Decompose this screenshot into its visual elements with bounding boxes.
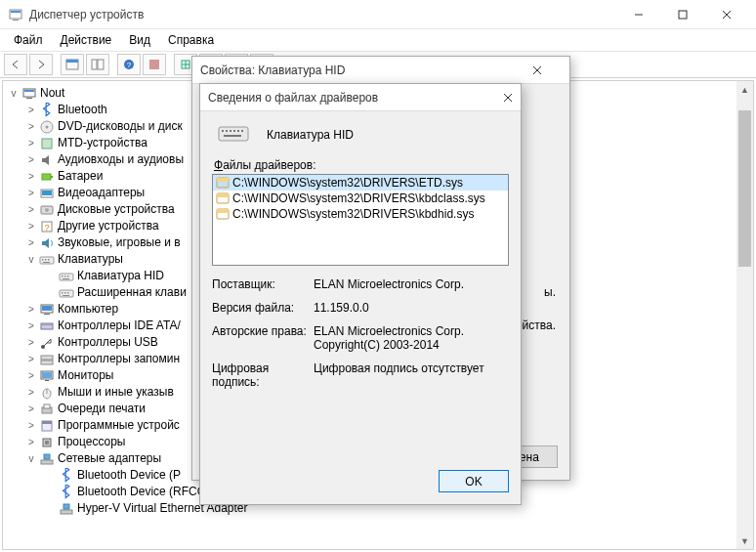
minimize-button[interactable]: [616, 1, 660, 28]
mouse-icon: [39, 385, 55, 401]
snd-icon: [39, 235, 55, 251]
tool-show-hidden[interactable]: [61, 54, 84, 75]
menu-file[interactable]: Файл: [6, 31, 51, 49]
tool-back[interactable]: [4, 54, 27, 75]
tree-twisty[interactable]: >: [24, 218, 38, 234]
copyright-value: ELAN Microelectronics Corp. Copyright(C)…: [314, 324, 509, 352]
ok-button[interactable]: OK: [439, 470, 509, 492]
tree-node-label: Расширенная клави: [77, 284, 187, 301]
close-icon[interactable]: [503, 93, 513, 103]
tree-twisty[interactable]: >: [24, 102, 38, 118]
vertical-scrollbar[interactable]: ▲ ▼: [736, 81, 753, 549]
svg-rect-36: [45, 259, 47, 261]
scroll-thumb[interactable]: [738, 110, 751, 267]
svg-text:?: ?: [44, 223, 49, 233]
bt-icon: [59, 468, 74, 484]
tree-twisty[interactable]: >: [24, 334, 38, 351]
tree-twisty[interactable]: >: [24, 301, 38, 318]
tree-twisty[interactable]: >: [24, 135, 38, 151]
svg-rect-29: [42, 191, 52, 195]
driver-file-row[interactable]: C:\WINDOWS\system32\DRIVERS\ETD.sys: [213, 175, 508, 191]
svg-rect-27: [51, 176, 53, 178]
tree-twisty[interactable]: >: [24, 201, 38, 218]
menu-view[interactable]: Вид: [121, 31, 158, 49]
tree-twisty[interactable]: >: [24, 384, 38, 401]
tree-twisty[interactable]: >: [24, 118, 38, 135]
truncated-text: ы.: [544, 285, 556, 299]
tree-node-label: Мониторы: [58, 367, 113, 384]
tree-node-label: Клавиатуры: [58, 251, 123, 268]
tree-twisty[interactable]: >: [24, 185, 38, 201]
scroll-down-icon[interactable]: ▼: [736, 532, 753, 549]
svg-rect-58: [42, 372, 52, 378]
close-button[interactable]: [704, 1, 748, 28]
tree-node-label: Bluetooth: [58, 102, 107, 118]
tree-twisty[interactable]: >: [24, 318, 38, 334]
svg-rect-82: [233, 130, 235, 132]
menu-action[interactable]: Действие: [53, 31, 120, 49]
svg-rect-85: [224, 135, 241, 137]
svg-rect-22: [26, 98, 32, 99]
svg-rect-51: [44, 314, 50, 315]
vid-icon: [39, 186, 55, 201]
menu-help[interactable]: Справка: [160, 31, 222, 49]
vendor-value: ELAN Microelectronics Corp.: [314, 277, 509, 291]
svg-rect-89: [217, 193, 229, 197]
driver-files-dialog-title: Сведения о файлах драйверов: [208, 91, 503, 105]
bat-icon: [39, 169, 55, 185]
driver-file-path: C:\WINDOWS\system32\DRIVERS\kbdclass.sys: [232, 191, 485, 205]
svg-rect-83: [237, 130, 239, 132]
svg-rect-4: [679, 11, 687, 19]
signature-label: Цифровая подпись:: [212, 361, 314, 389]
svg-point-31: [45, 208, 49, 212]
ide-icon: [39, 318, 55, 334]
tree-node-label: Компьютер: [58, 301, 118, 318]
tree-node-label: Аудиовходы и аудиовы: [58, 151, 184, 168]
tree-twisty[interactable]: >: [24, 351, 38, 367]
copyright-label: Авторские права:: [212, 324, 314, 352]
driver-file-row[interactable]: C:\WINDOWS\system32\DRIVERS\kbdclass.sys: [213, 191, 508, 206]
driver-files-label: ФФайлы драйверов:айлы драйверов:: [214, 158, 509, 172]
close-icon[interactable]: [532, 65, 562, 75]
tree-twisty[interactable]: >: [24, 434, 38, 450]
svg-rect-47: [67, 292, 69, 294]
svg-rect-37: [48, 259, 50, 261]
disc-icon: [39, 119, 55, 135]
signature-value: Цифровая подпись отсутствует: [314, 361, 509, 389]
svg-rect-2: [13, 20, 19, 21]
svg-rect-87: [217, 178, 229, 182]
tree-node-label: Bluetooth Device (P: [77, 467, 181, 484]
svg-rect-10: [98, 60, 104, 69]
file-icon: [215, 207, 231, 221]
tree-node-label: Сетевые адаптеры: [58, 450, 161, 467]
sw-icon: [39, 418, 55, 434]
tool-refresh[interactable]: [143, 54, 166, 75]
tree-twisty[interactable]: >: [24, 401, 38, 417]
svg-rect-48: [63, 295, 69, 296]
svg-rect-65: [42, 421, 52, 424]
driver-files-listbox[interactable]: C:\WINDOWS\system32\DRIVERS\ETD.sysC:\WI…: [212, 174, 509, 266]
stor-icon: [39, 352, 55, 367]
tree-twisty[interactable]: v: [24, 251, 38, 268]
tree-twisty[interactable]: >: [24, 151, 38, 168]
truncated-text: ойства.: [516, 318, 556, 332]
svg-rect-21: [24, 90, 34, 92]
kb-icon: [59, 285, 74, 301]
pc-icon: [39, 302, 55, 318]
device-name: Клавиатура HID: [267, 128, 354, 142]
tool-help[interactable]: ?: [117, 54, 141, 75]
svg-rect-40: [62, 276, 63, 277]
tree-twisty[interactable]: >: [24, 168, 38, 185]
scroll-up-icon[interactable]: ▲: [736, 81, 753, 98]
maximize-button[interactable]: [660, 1, 704, 28]
tree-twisty[interactable]: >: [24, 234, 38, 251]
tree-twisty[interactable]: v: [24, 450, 38, 467]
svg-rect-79: [222, 130, 224, 132]
tree-twisty[interactable]: >: [24, 417, 38, 434]
tool-view-mode[interactable]: [86, 54, 109, 75]
tree-node-label: Программные устройс: [58, 417, 180, 434]
driver-file-row[interactable]: C:\WINDOWS\system32\DRIVERS\kbdhid.sys: [213, 206, 508, 222]
tool-forward[interactable]: [29, 54, 53, 75]
version-label: Версия файла:: [212, 301, 314, 315]
tree-twisty[interactable]: >: [24, 367, 38, 384]
